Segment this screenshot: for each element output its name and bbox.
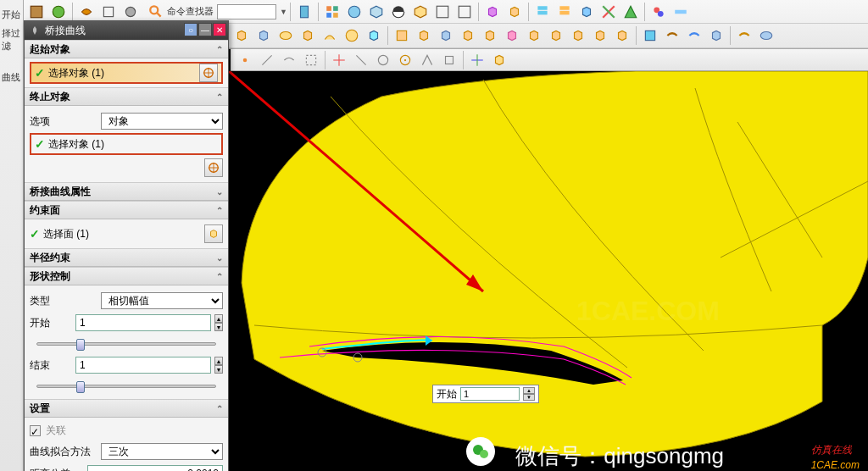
toolbar-btn[interactable] xyxy=(480,25,500,46)
section-radius-constraint[interactable]: 半径约束⌄ xyxy=(25,248,228,267)
snap-btn[interactable] xyxy=(329,50,349,70)
end-input[interactable] xyxy=(75,357,211,374)
snap-btn[interactable] xyxy=(257,50,277,70)
toolbar-btn[interactable] xyxy=(410,2,431,22)
toolbar-btn[interactable] xyxy=(275,25,296,46)
toolbar-btn[interactable] xyxy=(554,2,575,22)
snap-btn[interactable] xyxy=(279,50,299,70)
end-slider[interactable] xyxy=(36,385,216,388)
pick-target-button[interactable] xyxy=(199,64,218,82)
svg-marker-44 xyxy=(597,30,604,40)
snap-btn[interactable] xyxy=(301,50,321,70)
snap-btn[interactable] xyxy=(439,50,459,70)
toolbar-btn[interactable] xyxy=(120,2,141,22)
snap-btn[interactable] xyxy=(351,50,371,70)
toolbar-btn[interactable] xyxy=(576,2,597,22)
svg-marker-40 xyxy=(509,30,516,40)
toolbar-btn[interactable] xyxy=(414,25,434,46)
tolerance-input[interactable] xyxy=(87,465,223,471)
toolbar-btn[interactable] xyxy=(620,2,641,22)
toolbar-btn[interactable] xyxy=(458,25,478,46)
toolbar-btn[interactable] xyxy=(344,2,364,22)
toolbar-btn-cube[interactable] xyxy=(482,2,503,22)
command-finder-input[interactable] xyxy=(217,4,276,19)
toolbar-btn[interactable] xyxy=(502,25,522,46)
toolbar-btn[interactable] xyxy=(706,25,726,46)
select-start-object-row[interactable]: ✓ 选择对象 (1) xyxy=(30,62,223,84)
toolbar-btn[interactable] xyxy=(734,25,754,46)
toolbar-btn[interactable] xyxy=(231,25,252,46)
section-shape-control[interactable]: 形状控制⌃ xyxy=(25,267,228,285)
start-slider[interactable] xyxy=(36,342,216,346)
svg-rect-14 xyxy=(437,6,448,18)
toolbar-btn[interactable] xyxy=(298,25,318,46)
toolbar-btn[interactable] xyxy=(342,25,362,46)
dialog-titlebar[interactable]: 桥接曲线 ○ — ✕ xyxy=(25,21,228,40)
model-canvas[interactable] xyxy=(229,71,868,471)
toolbar-btn[interactable] xyxy=(436,25,456,46)
section-constraint-face[interactable]: 约束面⌃ xyxy=(25,201,228,219)
snap-btn[interactable] xyxy=(373,50,393,70)
svg-marker-38 xyxy=(465,30,472,40)
dropdown-icon[interactable]: ▼ xyxy=(280,8,287,16)
toolbar-btn[interactable] xyxy=(756,25,776,46)
toolbar-btn[interactable] xyxy=(364,25,384,46)
select-face-row[interactable]: ✓ 选择面 (1) xyxy=(30,223,223,245)
toolbar-btn[interactable] xyxy=(524,25,544,46)
pick-face-button[interactable] xyxy=(204,224,223,243)
svg-rect-10 xyxy=(333,13,338,18)
toolbar-btn[interactable] xyxy=(392,25,412,46)
toolbar-btn[interactable] xyxy=(294,2,314,22)
toolbar-btn[interactable] xyxy=(320,25,340,46)
3d-viewport[interactable]: 开始 ▲▼ 1CAE.COM xyxy=(229,71,868,471)
toolbar-btn[interactable] xyxy=(684,25,704,46)
fit-method-select[interactable]: 三次 xyxy=(101,443,223,460)
toolbar-btn[interactable] xyxy=(366,2,387,22)
toolbar-btn[interactable] xyxy=(454,2,475,22)
toolbar-btn[interactable] xyxy=(612,25,632,46)
dialog-close-button[interactable]: ✕ xyxy=(213,23,226,36)
select-object-label: 选择对象 (1) xyxy=(48,66,196,80)
toolbar-btn[interactable] xyxy=(598,2,619,22)
dialog-minimize-button[interactable]: — xyxy=(198,23,212,36)
toolbar-btn[interactable] xyxy=(76,2,97,22)
toolbar-btn[interactable] xyxy=(568,25,588,46)
section-settings[interactable]: 设置⌃ xyxy=(25,399,228,418)
type-select[interactable]: 相切幅值 xyxy=(101,292,223,309)
toolbar-btn[interactable] xyxy=(546,25,566,46)
toolbar-btn[interactable] xyxy=(532,2,553,22)
pick-target-button[interactable] xyxy=(204,158,223,177)
toolbar-btn[interactable] xyxy=(48,2,69,22)
float-spinner[interactable]: ▲▼ xyxy=(523,387,535,401)
snap-btn[interactable] xyxy=(467,50,487,70)
float-start-input[interactable] xyxy=(460,387,520,401)
snap-btn[interactable] xyxy=(235,50,255,70)
pin-icon[interactable] xyxy=(30,25,40,36)
toolbar-btn[interactable] xyxy=(98,2,119,22)
snap-btn[interactable] xyxy=(395,50,415,70)
section-start-object[interactable]: 起始对象⌃ xyxy=(25,40,228,58)
start-input[interactable] xyxy=(75,314,211,331)
start-spinner[interactable]: ▲▼ xyxy=(214,314,223,331)
toolbar-btn[interactable] xyxy=(662,25,682,46)
viewport-start-input[interactable]: 开始 ▲▼ xyxy=(432,385,539,403)
toolbar-btn[interactable] xyxy=(432,2,453,22)
toolbar-btn[interactable] xyxy=(590,25,610,46)
snap-btn[interactable] xyxy=(489,50,509,70)
section-end-object[interactable]: 终止对象⌃ xyxy=(25,87,228,106)
section-bridge-attr[interactable]: 桥接曲线属性⌄ xyxy=(25,182,228,201)
toolbar-btn[interactable] xyxy=(388,2,409,22)
toolbar-btn[interactable] xyxy=(640,25,660,46)
end-spinner[interactable]: ▲▼ xyxy=(214,357,223,374)
toolbar-btn[interactable] xyxy=(670,2,691,22)
options-select[interactable]: 对象 xyxy=(101,113,223,130)
snap-btn[interactable] xyxy=(417,50,437,70)
dialog-help-button[interactable]: ○ xyxy=(184,23,198,36)
select-end-object-row[interactable]: ✓ 选择对象 (1) xyxy=(30,133,223,155)
toolbar-btn[interactable] xyxy=(253,25,274,46)
toolbar-btn-cube[interactable] xyxy=(504,2,525,22)
toolbar-btn[interactable] xyxy=(26,2,47,22)
relevance-checkbox[interactable]: ✓ xyxy=(30,425,41,436)
toolbar-btn[interactable] xyxy=(648,2,669,22)
toolbar-btn[interactable] xyxy=(322,2,342,22)
